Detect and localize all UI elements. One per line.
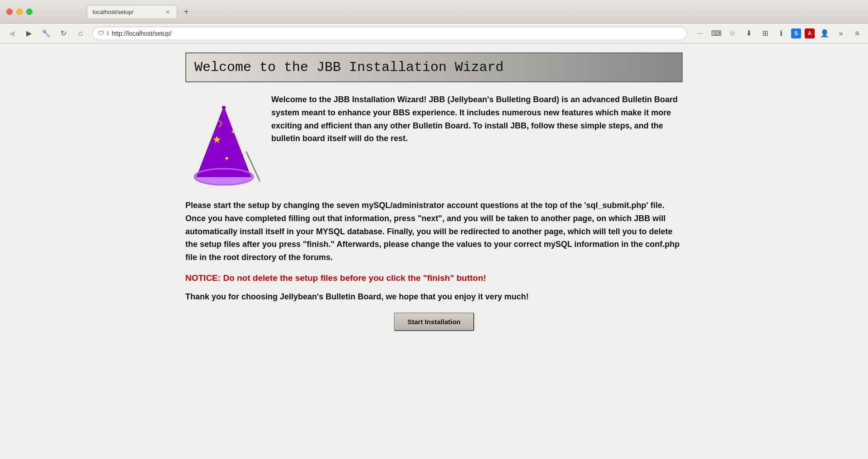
tab-bar: localhost/setup/ × + bbox=[55, 5, 224, 18]
chevron-right-icon: » bbox=[839, 29, 843, 38]
forward-button[interactable]: ▶ bbox=[22, 26, 36, 41]
welcome-header: Welcome to the JBB Installation Wizard bbox=[185, 52, 683, 82]
download-button[interactable]: ⬇ bbox=[742, 27, 755, 40]
tab-title: localhost/setup/ bbox=[93, 9, 160, 15]
download-icon: ⬇ bbox=[746, 29, 752, 38]
main-description: Please start the setup by changing the s… bbox=[185, 199, 683, 264]
intro-section: ★ ✦ ✦ ☽ Welcome to the JBB Installation … bbox=[185, 93, 683, 188]
forward-icon: ▶ bbox=[26, 29, 32, 38]
overflow-button[interactable]: » bbox=[835, 27, 847, 40]
wrench-icon: 🔧 bbox=[42, 29, 51, 38]
back-button[interactable]: ◀ bbox=[5, 26, 19, 41]
svg-text:✦: ✦ bbox=[231, 128, 236, 135]
thank-you-text: Thank you for choosing Jellybean's Bulle… bbox=[185, 292, 683, 302]
wizard-hat-image: ★ ✦ ✦ ☽ bbox=[185, 93, 262, 188]
page-title: Welcome to the JBB Installation Wizard bbox=[194, 60, 674, 75]
nav-bar: ◀ ▶ 🔧 ↻ ⌂ 🛡 ℹ http://localhost/setup/ ··… bbox=[0, 24, 868, 43]
svg-marker-1 bbox=[197, 107, 251, 177]
tab-close-button[interactable]: × bbox=[164, 8, 171, 15]
hamburger-icon: ≡ bbox=[855, 29, 859, 38]
star-icon: ☆ bbox=[729, 29, 736, 38]
extensions-button[interactable]: ⊞ bbox=[759, 27, 771, 40]
minimize-window-button[interactable] bbox=[16, 9, 23, 15]
profile-button[interactable]: 👤 bbox=[818, 27, 831, 40]
home-button[interactable]: ⌂ bbox=[73, 26, 88, 41]
menu-button[interactable]: ≡ bbox=[851, 27, 863, 40]
info-icon: ℹ bbox=[107, 30, 109, 37]
tools-button[interactable]: 🔧 bbox=[39, 26, 53, 41]
new-tab-button[interactable]: + bbox=[180, 5, 193, 18]
more-button[interactable]: ··· bbox=[693, 27, 706, 40]
back-icon: ◀ bbox=[9, 29, 14, 38]
page-container: Welcome to the JBB Installation Wizard ★ bbox=[185, 43, 683, 349]
extensions-icon: ⊞ bbox=[762, 29, 768, 38]
svg-point-8 bbox=[222, 106, 226, 109]
refresh-icon: ↻ bbox=[61, 29, 66, 38]
notice-text: NOTICE: Do not delete the setup files be… bbox=[185, 273, 683, 283]
svg-text:✦: ✦ bbox=[224, 155, 230, 162]
bookmark-button[interactable]: ☆ bbox=[726, 27, 739, 40]
more-icon: ··· bbox=[697, 29, 703, 38]
content-area: Welcome to the JBB Installation Wizard ★ bbox=[0, 43, 868, 459]
maximize-window-button[interactable] bbox=[26, 9, 33, 15]
acrobat-extension-icon[interactable]: A bbox=[805, 28, 815, 38]
refresh-button[interactable]: ↻ bbox=[56, 26, 71, 41]
home-icon: ⌂ bbox=[78, 29, 83, 38]
intro-text: Welcome to the JBB Installation Wizard! … bbox=[271, 93, 683, 145]
browser-tab[interactable]: localhost/setup/ × bbox=[87, 5, 177, 18]
button-container: Start Installation bbox=[185, 312, 683, 331]
keyboard-button[interactable]: ⌨ bbox=[710, 27, 722, 40]
address-bar[interactable]: 🛡 ℹ http://localhost/setup/ bbox=[92, 27, 687, 40]
shield-icon: 🛡 bbox=[98, 30, 104, 37]
help-button[interactable]: ℹ bbox=[775, 27, 788, 40]
nav-right-icons: ··· ⌨ ☆ ⬇ ⊞ ℹ S A 👤 » bbox=[693, 27, 863, 40]
traffic-lights bbox=[6, 9, 33, 15]
address-text: http://localhost/setup/ bbox=[112, 30, 681, 37]
close-window-button[interactable] bbox=[6, 9, 13, 15]
keyboard-icon: ⌨ bbox=[711, 29, 722, 38]
browser-window: localhost/setup/ × + ◀ ▶ 🔧 ↻ ⌂ 🛡 ℹ http:… bbox=[0, 0, 868, 459]
help-icon: ℹ bbox=[780, 29, 783, 38]
title-bar: localhost/setup/ × + bbox=[0, 0, 868, 24]
start-installation-button[interactable]: Start Installation bbox=[394, 312, 474, 331]
avatar-icon: 👤 bbox=[820, 29, 829, 38]
svg-text:☽: ☽ bbox=[215, 119, 223, 129]
skype-extension-icon[interactable]: S bbox=[791, 28, 801, 38]
wizard-hat-svg: ★ ✦ ✦ ☽ bbox=[188, 98, 260, 188]
svg-text:★: ★ bbox=[212, 134, 222, 145]
